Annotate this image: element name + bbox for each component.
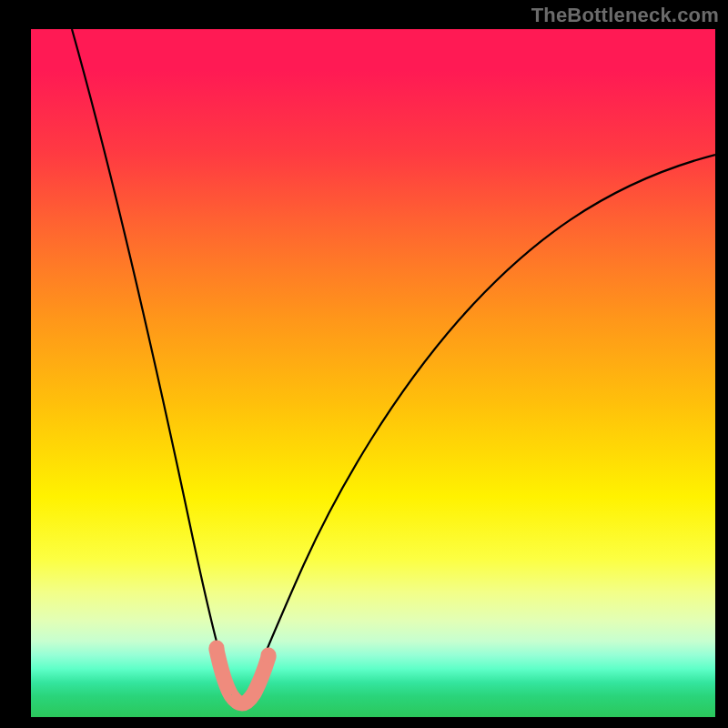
plot-area	[31, 29, 715, 717]
curve-path	[72, 29, 715, 701]
highlight-segment	[217, 650, 268, 703]
chart-frame: TheBottleneck.com	[0, 0, 728, 728]
bottleneck-curve	[31, 29, 715, 717]
highlight-dot-end	[261, 648, 277, 663]
highlight-dot-start	[209, 641, 225, 656]
watermark-text: TheBottleneck.com	[531, 4, 719, 27]
